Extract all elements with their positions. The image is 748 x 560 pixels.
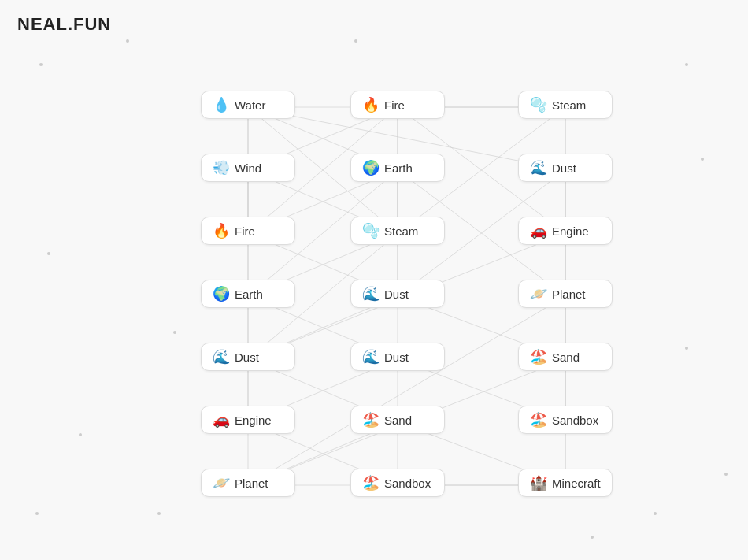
node-icon-steam-2: 🫧 (362, 224, 380, 238)
node-earth-1[interactable]: 🌍Earth (350, 154, 445, 182)
node-minecraft-1[interactable]: 🏰Minecraft (518, 469, 613, 497)
decorative-dot (35, 512, 39, 515)
node-icon-planet-1: 🪐 (530, 287, 547, 301)
decorative-dot (685, 347, 688, 350)
node-fire-1[interactable]: 🔥Fire (350, 91, 445, 119)
node-label-dust-2: Dust (384, 287, 409, 301)
node-sandbox-2[interactable]: 🏖️Sandbox (350, 469, 445, 497)
node-label-earth-2: Earth (235, 287, 263, 301)
node-label-dust-4: Dust (384, 350, 409, 364)
node-icon-wind-1: 💨 (213, 161, 230, 175)
node-dust-1[interactable]: 🌊Dust (518, 154, 613, 182)
node-icon-minecraft-1: 🏰 (530, 476, 547, 490)
decorative-dot (39, 63, 43, 66)
node-icon-fire-2: 🔥 (213, 224, 230, 238)
node-dust-2[interactable]: 🌊Dust (350, 280, 445, 308)
node-label-sandbox-2: Sandbox (384, 477, 431, 490)
node-label-water-1: Water (235, 98, 265, 112)
node-icon-engine-2: 🚗 (213, 413, 230, 427)
node-engine-2[interactable]: 🚗Engine (201, 406, 295, 434)
node-icon-dust-1: 🌊 (530, 161, 547, 175)
node-icon-dust-3: 🌊 (213, 350, 230, 364)
node-label-fire-2: Fire (235, 224, 255, 238)
node-sand-2[interactable]: 🏖️Sand (350, 406, 445, 434)
node-sand-1[interactable]: 🏖️Sand (518, 343, 613, 371)
node-label-wind-1: Wind (235, 161, 261, 175)
decorative-dot (126, 39, 129, 43)
node-label-engine-1: Engine (552, 224, 589, 238)
node-label-fire-1: Fire (384, 98, 405, 112)
node-label-earth-1: Earth (384, 161, 413, 175)
node-label-sand-2: Sand (384, 414, 412, 427)
decorative-dot (685, 63, 688, 66)
node-label-steam-1: Steam (552, 98, 586, 112)
decorative-dot (47, 252, 50, 255)
node-label-dust-3: Dust (235, 350, 259, 364)
node-icon-sandbox-2: 🏖️ (362, 476, 380, 490)
node-label-sand-1: Sand (552, 350, 580, 364)
logo: NEAL.FUN (17, 14, 111, 35)
node-label-steam-2: Steam (384, 224, 418, 238)
node-icon-fire-1: 🔥 (362, 98, 380, 112)
node-label-dust-1: Dust (552, 161, 576, 175)
svg-line-42 (248, 296, 565, 485)
node-icon-sandbox-1: 🏖️ (530, 413, 547, 427)
decorative-dot (354, 39, 357, 43)
node-label-minecraft-1: Minecraft (552, 477, 601, 490)
decorative-dot (173, 331, 176, 334)
node-water-1[interactable]: 💧Water (201, 91, 295, 119)
decorative-dot (79, 433, 82, 436)
node-icon-steam-1: 🫧 (530, 98, 547, 112)
node-icon-sand-2: 🏖️ (362, 413, 380, 427)
node-icon-dust-4: 🌊 (362, 350, 380, 364)
graph-area: 💧Water🔥Fire🫧Steam💨Wind🌍Earth🌊Dust🔥Fire🫧S… (0, 47, 748, 559)
node-label-engine-2: Engine (235, 414, 272, 427)
node-steam-1[interactable]: 🫧Steam (518, 91, 613, 119)
decorative-dot (591, 536, 594, 539)
node-icon-sand-1: 🏖️ (530, 350, 547, 364)
node-earth-2[interactable]: 🌍Earth (201, 280, 295, 308)
node-planet-2[interactable]: 🪐Planet (201, 469, 295, 497)
node-steam-2[interactable]: 🫧Steam (350, 217, 445, 245)
node-planet-1[interactable]: 🪐Planet (518, 280, 613, 308)
node-icon-dust-2: 🌊 (362, 287, 380, 301)
node-dust-4[interactable]: 🌊Dust (350, 343, 445, 371)
decorative-dot (654, 512, 657, 515)
node-fire-2[interactable]: 🔥Fire (201, 217, 295, 245)
node-sandbox-1[interactable]: 🏖️Sandbox (518, 406, 613, 434)
node-dust-3[interactable]: 🌊Dust (201, 343, 295, 371)
node-label-planet-2: Planet (235, 477, 268, 490)
node-wind-1[interactable]: 💨Wind (201, 154, 295, 182)
decorative-dot (157, 512, 161, 515)
node-engine-1[interactable]: 🚗Engine (518, 217, 613, 245)
node-icon-earth-1: 🌍 (362, 161, 380, 175)
node-icon-engine-1: 🚗 (530, 224, 547, 238)
node-label-planet-1: Planet (552, 287, 586, 301)
decorative-dot (701, 158, 704, 161)
node-icon-water-1: 💧 (213, 98, 230, 112)
node-icon-earth-2: 🌍 (213, 287, 230, 301)
decorative-dot (724, 473, 728, 476)
node-icon-planet-2: 🪐 (213, 476, 230, 490)
node-label-sandbox-1: Sandbox (552, 414, 598, 427)
